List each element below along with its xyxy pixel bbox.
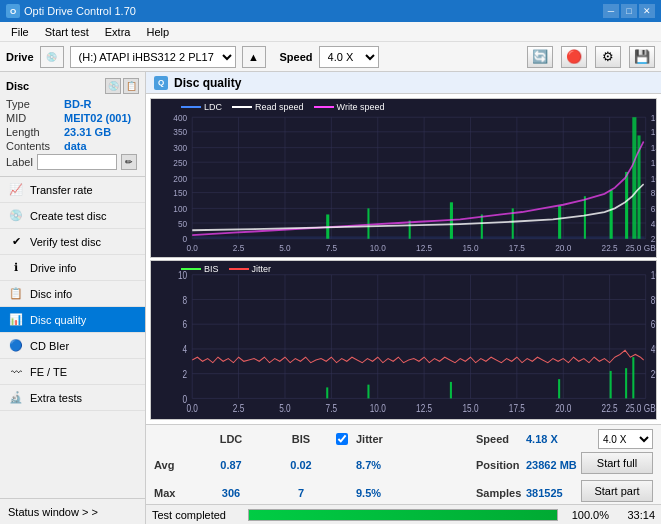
svg-text:8X: 8X: [651, 188, 656, 199]
read-speed-legend-item: Read speed: [232, 102, 304, 112]
avg-ldc: 0.87: [220, 459, 241, 471]
disc-mid-row: MID MEIT02 (001): [6, 112, 139, 124]
samples-label: Samples: [476, 487, 521, 499]
disc-icon-1[interactable]: 💿: [105, 78, 121, 94]
menu-extra[interactable]: Extra: [98, 23, 138, 41]
sidebar-item-transfer-rate[interactable]: 📈 Transfer rate: [0, 177, 145, 203]
label-edit-button[interactable]: ✏: [121, 154, 137, 170]
bis-legend-item: BIS: [181, 264, 219, 274]
disc-length-value: 23.31 GB: [64, 126, 139, 138]
disc-type-value: BD-R: [64, 98, 139, 110]
nav-label-verify-test-disc: Verify test disc: [30, 236, 101, 248]
svg-text:10.0: 10.0: [370, 242, 386, 253]
speed-select[interactable]: 4.0 X: [319, 46, 379, 68]
disc-quality-title: Disc quality: [174, 76, 241, 90]
progress-percent: 100.0%: [564, 509, 609, 521]
nav-label-cd-bier: CD BIer: [30, 340, 69, 352]
drive-bar: Drive 💿 (H:) ATAPI iHBS312 2 PL17 ▲ Spee…: [0, 42, 661, 72]
settings-button[interactable]: ⚙: [595, 46, 621, 68]
nav-label-disc-info: Disc info: [30, 288, 72, 300]
minimize-button[interactable]: ─: [603, 4, 619, 18]
svg-text:22.5: 22.5: [602, 242, 618, 253]
svg-text:2.5: 2.5: [233, 402, 244, 414]
speed-select-small[interactable]: 4.0 X: [598, 429, 653, 449]
svg-text:250: 250: [173, 157, 187, 168]
sidebar-item-create-test-disc[interactable]: 💿 Create test disc: [0, 203, 145, 229]
progress-bar-outer: [248, 509, 558, 521]
svg-text:15.0: 15.0: [462, 242, 478, 253]
chart2-legend: BIS Jitter: [181, 264, 271, 274]
max-ldc: 306: [222, 487, 240, 499]
read-speed-legend-label: Read speed: [255, 102, 304, 112]
sidebar-item-disc-quality[interactable]: 📊 Disc quality: [0, 307, 145, 333]
sidebar: Disc 💿 📋 Type BD-R MID MEIT02 (001) Leng…: [0, 72, 146, 524]
svg-rect-52: [367, 208, 369, 238]
samples-value: 381525: [526, 487, 563, 499]
sidebar-item-drive-info[interactable]: ℹ Drive info: [0, 255, 145, 281]
disc-quality-header: Q Disc quality: [146, 72, 661, 94]
svg-text:12.5: 12.5: [416, 242, 432, 253]
disc-icon-2[interactable]: 📋: [123, 78, 139, 94]
svg-rect-53: [409, 221, 411, 239]
save-button[interactable]: 💾: [629, 46, 655, 68]
svg-text:25.0 GB: 25.0 GB: [625, 242, 655, 253]
sidebar-item-fe-te[interactable]: 〰 FE / TE: [0, 359, 145, 385]
sidebar-item-cd-bier[interactable]: 🔵 CD BIer: [0, 333, 145, 359]
svg-rect-57: [558, 206, 561, 239]
svg-text:8: 8: [182, 293, 187, 305]
svg-text:7.5: 7.5: [326, 402, 337, 414]
create-test-disc-icon: 💿: [8, 208, 24, 224]
max-jitter: 9.5%: [356, 487, 381, 499]
svg-text:17.5: 17.5: [509, 402, 525, 414]
sidebar-item-extra-tests[interactable]: 🔬 Extra tests: [0, 385, 145, 411]
main-layout: Disc 💿 📋 Type BD-R MID MEIT02 (001) Leng…: [0, 72, 661, 524]
avg-bis: 0.02: [290, 459, 311, 471]
verify-test-disc-icon: ✔: [8, 234, 24, 250]
svg-text:4%: 4%: [651, 343, 656, 355]
ldc-header: LDC: [196, 433, 266, 445]
svg-rect-107: [610, 371, 612, 398]
svg-rect-103: [326, 387, 328, 398]
sidebar-item-verify-test-disc[interactable]: ✔ Verify test disc: [0, 229, 145, 255]
svg-text:350: 350: [173, 127, 187, 138]
svg-text:4X: 4X: [651, 218, 656, 229]
svg-rect-106: [558, 379, 560, 398]
progress-label: Test completed: [152, 509, 242, 521]
svg-text:0.0: 0.0: [186, 402, 198, 414]
label-input[interactable]: [37, 154, 117, 170]
menu-help[interactable]: Help: [139, 23, 176, 41]
chart1-legend: LDC Read speed Write speed: [181, 102, 384, 112]
svg-text:200: 200: [173, 173, 187, 184]
bis-chart: BIS Jitter: [150, 260, 657, 420]
close-button[interactable]: ✕: [639, 4, 655, 18]
jitter-legend-label: Jitter: [252, 264, 272, 274]
status-window[interactable]: Status window > >: [0, 498, 145, 524]
title-bar: O Opti Drive Control 1.70 ─ □ ✕: [0, 0, 661, 22]
svg-text:2.5: 2.5: [233, 242, 244, 253]
menu-start-test[interactable]: Start test: [38, 23, 96, 41]
maximize-button[interactable]: □: [621, 4, 637, 18]
start-part-button[interactable]: Start part: [581, 480, 653, 502]
eject-button[interactable]: ▲: [242, 46, 266, 68]
svg-text:6%: 6%: [651, 318, 656, 330]
start-full-button[interactable]: Start full: [581, 452, 653, 474]
app-icon: O: [6, 4, 20, 18]
menu-file[interactable]: File: [4, 23, 36, 41]
write-speed-legend-label: Write speed: [337, 102, 385, 112]
ldc-chart: LDC Read speed Write speed: [150, 98, 657, 258]
status-window-label: Status window > >: [8, 506, 98, 518]
svg-text:15.0: 15.0: [462, 402, 479, 414]
svg-text:2: 2: [182, 368, 187, 380]
drive-select[interactable]: (H:) ATAPI iHBS312 2 PL17: [70, 46, 236, 68]
svg-rect-63: [151, 261, 656, 419]
extra-tests-icon: 🔬: [8, 390, 24, 406]
refresh-button[interactable]: 🔄: [527, 46, 553, 68]
jitter-checkbox[interactable]: [336, 433, 348, 445]
burn-button[interactable]: 🔴: [561, 46, 587, 68]
disc-type-row: Type BD-R: [6, 98, 139, 110]
drive-info-icon: ℹ: [8, 260, 24, 276]
svg-text:18X: 18X: [651, 112, 656, 123]
svg-text:6X: 6X: [651, 203, 656, 214]
stats-bar: LDC BIS Jitter Speed 4.18 X: [146, 424, 661, 504]
sidebar-item-disc-info[interactable]: 📋 Disc info: [0, 281, 145, 307]
